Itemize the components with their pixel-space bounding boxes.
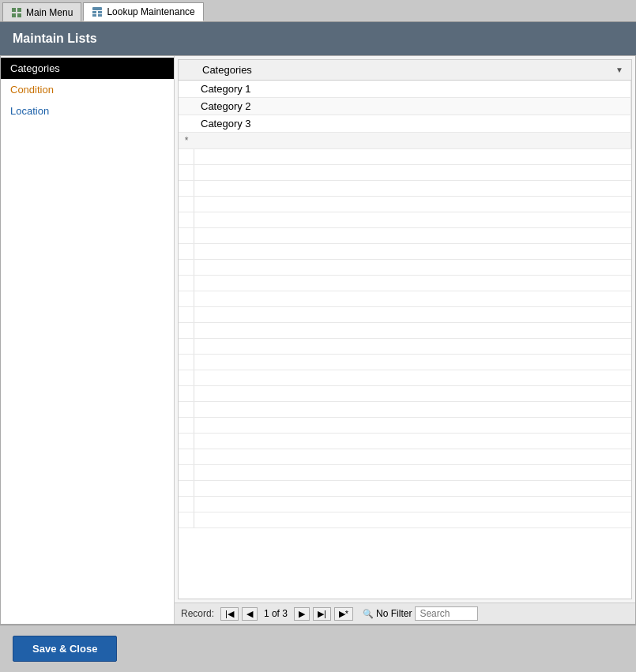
svg-rect-3: [17, 13, 21, 17]
sidebar: Categories Condition Location: [1, 56, 175, 624]
nav-prev-button[interactable]: ◀: [242, 607, 258, 621]
empty-row-cell: [194, 339, 631, 354]
empty-row-marker: [179, 418, 194, 433]
new-row-cell[interactable]: [194, 133, 631, 148]
tab-bar: Main Menu Lookup Maintenance: [0, 0, 636, 22]
empty-row-cell: [194, 402, 631, 417]
empty-row: [179, 197, 631, 212]
empty-row-marker: [179, 165, 194, 180]
main-content: Categories Condition Location Categories…: [0, 55, 636, 625]
grid-icon: [11, 7, 22, 18]
empty-row-marker: [179, 434, 194, 449]
record-label: Record:: [181, 608, 214, 619]
empty-row: [179, 260, 631, 276]
empty-row-cell: [194, 149, 631, 164]
page-title: Maintain Lists: [13, 32, 97, 46]
empty-row-cell: [194, 276, 631, 291]
empty-row-cell: [194, 181, 631, 196]
empty-row-cell: [194, 449, 631, 464]
cell-category-3[interactable]: Category 3: [194, 115, 631, 132]
sidebar-item-condition[interactable]: Condition: [1, 79, 174, 100]
empty-row-cell: [194, 481, 631, 496]
nav-first-button[interactable]: |◀: [220, 607, 239, 621]
nav-last-button[interactable]: ▶|: [313, 607, 331, 621]
empty-row: [179, 481, 631, 497]
empty-row-marker: [179, 212, 194, 227]
empty-row-marker: [179, 449, 194, 464]
empty-row-marker: [179, 402, 194, 417]
empty-row: [179, 228, 631, 244]
search-input[interactable]: [415, 606, 478, 621]
empty-row-cell: [194, 228, 631, 243]
empty-row-cell: [194, 465, 631, 480]
svg-rect-6: [98, 11, 102, 13]
empty-row: [179, 497, 631, 512]
empty-row-cell: [194, 291, 631, 306]
grid-header: Categories ▼: [179, 60, 631, 81]
empty-row-marker: [179, 228, 194, 243]
empty-row-marker: [179, 481, 194, 496]
cell-category-2[interactable]: Category 2: [194, 98, 631, 115]
svg-rect-4: [92, 7, 102, 10]
sidebar-item-location[interactable]: Location: [1, 100, 174, 122]
empty-row-marker: [179, 276, 194, 291]
table-row[interactable]: Category 3: [179, 115, 631, 133]
empty-row: [179, 244, 631, 260]
empty-row: [179, 449, 631, 465]
empty-row-marker: [179, 244, 194, 259]
grid-column-header: Categories ▼: [194, 60, 631, 80]
empty-row-marker: [179, 339, 194, 354]
empty-row-cell: [194, 244, 631, 259]
svg-rect-5: [92, 11, 96, 13]
nav-first-icon: |◀: [225, 609, 234, 619]
new-row-marker: *: [179, 135, 194, 146]
empty-row: [179, 276, 631, 291]
empty-row-marker: [179, 323, 194, 338]
empty-row-cell: [194, 260, 631, 275]
empty-row-marker: [179, 291, 194, 306]
empty-row: [179, 465, 631, 481]
svg-rect-1: [17, 8, 21, 12]
svg-rect-2: [12, 13, 16, 17]
table-icon: [92, 6, 103, 17]
column-sort-icon[interactable]: ▼: [615, 66, 623, 74]
empty-row-marker: [179, 497, 194, 512]
empty-row-marker: [179, 465, 194, 480]
empty-row-cell: [194, 165, 631, 180]
empty-row-marker: [179, 370, 194, 385]
empty-row: [179, 418, 631, 434]
cell-category-1[interactable]: Category 1: [194, 81, 631, 97]
svg-rect-8: [98, 14, 102, 17]
empty-row-cell: [194, 434, 631, 449]
grid-body: Category 1 Category 2 Category 3 *: [179, 81, 631, 528]
empty-row: [179, 386, 631, 402]
nav-prev-icon: ◀: [246, 609, 253, 619]
empty-row-cell: [194, 512, 631, 527]
empty-row: [179, 212, 631, 228]
table-row[interactable]: Category 1: [179, 81, 631, 98]
navigation-bar: Record: |◀ ◀ 1 of 3 ▶ ▶| ▶* 🔍 No Filter: [175, 603, 635, 624]
empty-row-cell: [194, 418, 631, 433]
tab-lookup-maintenance[interactable]: Lookup Maintenance: [83, 2, 203, 21]
tab-main-menu[interactable]: Main Menu: [2, 2, 81, 21]
record-info: 1 of 3: [264, 608, 288, 619]
empty-row: [179, 149, 631, 165]
bottom-bar: Save & Close: [0, 625, 636, 672]
sidebar-item-categories[interactable]: Categories: [1, 58, 174, 79]
empty-row: [179, 323, 631, 339]
nav-new-button[interactable]: ▶*: [334, 607, 353, 621]
empty-row-marker: [179, 181, 194, 196]
new-row[interactable]: *: [179, 133, 631, 149]
nav-next-button[interactable]: ▶: [294, 607, 310, 621]
empty-row-cell: [194, 212, 631, 227]
save-close-button[interactable]: Save & Close: [13, 636, 117, 662]
empty-row: [179, 181, 631, 197]
nav-next-icon: ▶: [299, 609, 305, 619]
table-row[interactable]: Category 2: [179, 98, 631, 115]
empty-row-cell: [194, 197, 631, 212]
empty-row: [179, 370, 631, 386]
svg-rect-7: [92, 14, 96, 17]
empty-row: [179, 291, 631, 307]
tab-main-menu-label: Main Menu: [26, 7, 73, 18]
empty-row-cell: [194, 386, 631, 401]
